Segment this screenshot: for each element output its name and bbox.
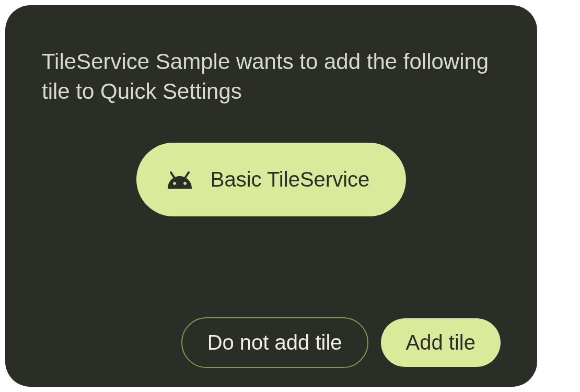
android-icon: [166, 170, 194, 190]
dialog-button-row: Do not add tile Add tile: [181, 317, 501, 368]
svg-point-1: [183, 182, 187, 185]
dialog-message: TileService Sample wants to add the foll…: [42, 47, 501, 106]
add-tile-button[interactable]: Add tile: [381, 318, 501, 367]
svg-point-0: [173, 182, 176, 185]
do-not-add-tile-button[interactable]: Do not add tile: [181, 317, 368, 368]
tile-preview-wrapper: Basic TileService: [42, 143, 501, 216]
tile-label: Basic TileService: [211, 168, 370, 191]
tile-preview-chip: Basic TileService: [136, 143, 407, 216]
add-tile-dialog: TileService Sample wants to add the foll…: [5, 5, 537, 387]
